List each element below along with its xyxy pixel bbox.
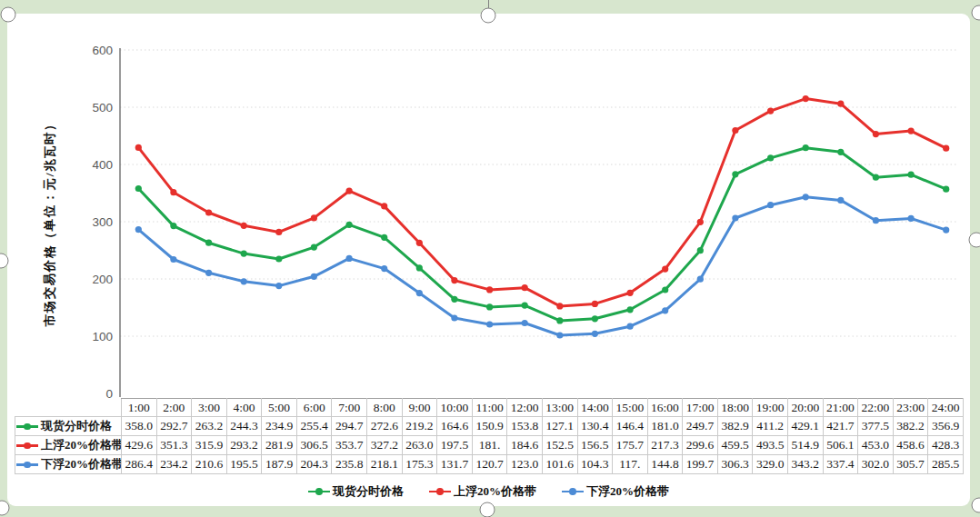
value-cell: 506.1: [823, 436, 858, 455]
value-cell: 181.: [472, 436, 507, 455]
time-header-cell: 16:00: [647, 399, 683, 417]
legend-label: 现货分时价格: [333, 483, 404, 500]
value-cell: 184.6: [507, 436, 543, 455]
value-cell: 181.0: [647, 417, 683, 436]
selection-handle-top-right[interactable]: [972, 5, 980, 21]
value-cell: 459.5: [717, 436, 753, 455]
value-cell: 292.7: [156, 417, 192, 436]
selection-handle-bottom-center[interactable]: [480, 502, 495, 517]
value-cell: 302.0: [858, 455, 894, 474]
value-cell: 244.3: [226, 417, 262, 436]
row-label-cell: 下浮20%价格带: [15, 455, 122, 474]
line-chart: 0100200300400500600: [7, 14, 970, 404]
value-cell: 293.2: [226, 436, 262, 455]
legend-item-lower-band[interactable]: 下浮20%价格带: [562, 483, 669, 500]
value-cell: 131.7: [437, 455, 473, 474]
value-cell: 263.0: [402, 436, 437, 455]
value-cell: 382.2: [893, 417, 928, 436]
time-header-cell: 6:00: [296, 399, 332, 417]
selection-handle-bottom-right[interactable]: [972, 498, 980, 513]
value-cell: 327.2: [367, 436, 403, 455]
value-cell: 294.7: [332, 417, 367, 436]
value-cell: 199.7: [683, 455, 718, 474]
value-cell: 249.7: [683, 417, 718, 436]
value-cell: 337.4: [823, 455, 858, 474]
time-header-cell: 3:00: [192, 399, 227, 417]
time-header-cell: 24:00: [928, 399, 964, 417]
series-marker-icon: [16, 423, 38, 431]
time-header-cell: 11:00: [472, 399, 507, 417]
selection-handle-top-left[interactable]: [1, 7, 16, 23]
value-cell: 382.9: [717, 417, 753, 436]
value-cell: 356.9: [928, 417, 964, 436]
svg-text:600: 600: [92, 44, 113, 57]
value-cell: 234.2: [156, 455, 192, 474]
value-cell: 281.9: [262, 436, 297, 455]
time-header-cell: 19:00: [753, 399, 788, 417]
table-corner-cell: [15, 399, 122, 417]
time-header-cell: 18:00: [717, 399, 753, 417]
svg-text:200: 200: [92, 273, 113, 286]
legend-item-upper-band[interactable]: 上浮20%价格带: [429, 483, 536, 500]
value-cell: 187.9: [262, 455, 297, 474]
table-row: 上浮20%价格带429.6351.3315.9293.2281.9306.535…: [15, 436, 964, 455]
value-cell: 351.3: [156, 436, 192, 455]
value-cell: 306.5: [296, 436, 332, 455]
value-cell: 195.5: [226, 455, 262, 474]
value-cell: 146.4: [613, 417, 648, 436]
value-cell: 153.8: [507, 417, 543, 436]
legend-marker-icon: [429, 488, 451, 496]
value-cell: 458.6: [893, 436, 928, 455]
time-header-cell: 15:00: [613, 399, 648, 417]
value-cell: 175.3: [402, 455, 437, 474]
table-row: 现货分时价格358.0292.7263.2244.3234.9255.4294.…: [15, 417, 964, 436]
value-cell: 210.6: [192, 455, 227, 474]
time-header-cell: 17:00: [683, 399, 718, 417]
row-label-cell: 现货分时价格: [15, 417, 122, 436]
value-cell: 101.6: [542, 455, 577, 474]
time-header-cell: 1:00: [122, 399, 157, 417]
legend-marker-icon: [308, 488, 330, 496]
legend-label: 上浮20%价格带: [454, 483, 536, 500]
legend-marker-icon: [562, 488, 584, 496]
value-cell: 305.7: [893, 455, 928, 474]
value-cell: 164.6: [437, 417, 473, 436]
value-cell: 219.2: [402, 417, 437, 436]
value-cell: 358.0: [122, 417, 157, 436]
value-cell: 156.5: [577, 436, 613, 455]
svg-text:100: 100: [92, 330, 113, 343]
value-cell: 144.8: [647, 455, 683, 474]
chart-card[interactable]: 市场交易价格（单位：元/兆瓦时） 0100200300400500600 1:0…: [7, 14, 970, 506]
value-cell: 306.3: [717, 455, 753, 474]
value-cell: 272.6: [367, 417, 403, 436]
time-header-cell: 9:00: [402, 399, 437, 417]
table-row: 下浮20%价格带286.4234.2210.6195.5187.9204.323…: [15, 455, 964, 474]
value-cell: 514.9: [787, 436, 823, 455]
series-marker-icon: [16, 461, 38, 469]
table-header-row: 1:002:003:004:005:006:007:008:009:0010:0…: [15, 399, 964, 417]
svg-text:500: 500: [92, 101, 113, 114]
value-cell: 127.1: [542, 417, 577, 436]
svg-text:300: 300: [92, 215, 113, 229]
time-header-cell: 13:00: [542, 399, 577, 417]
selection-handle-top-center[interactable]: [481, 8, 496, 24]
value-cell: 493.5: [753, 436, 788, 455]
svg-text:400: 400: [92, 158, 113, 172]
value-cell: 299.6: [683, 436, 718, 455]
value-cell: 329.0: [753, 455, 788, 474]
value-cell: 429.6: [122, 436, 157, 455]
value-cell: 315.9: [192, 436, 227, 455]
value-cell: 235.8: [332, 455, 367, 474]
value-cell: 377.5: [858, 417, 894, 436]
value-cell: 411.2: [753, 417, 788, 436]
legend-item-spot[interactable]: 现货分时价格: [308, 483, 404, 500]
value-cell: 120.7: [472, 455, 507, 474]
selection-handle-middle-right[interactable]: [969, 233, 980, 248]
time-header-cell: 2:00: [156, 399, 192, 417]
value-cell: 353.7: [332, 436, 367, 455]
value-cell: 197.5: [437, 436, 473, 455]
value-cell: 285.5: [928, 455, 964, 474]
value-cell: 263.2: [192, 417, 227, 436]
value-cell: 217.3: [647, 436, 683, 455]
value-cell: 234.9: [262, 417, 297, 436]
